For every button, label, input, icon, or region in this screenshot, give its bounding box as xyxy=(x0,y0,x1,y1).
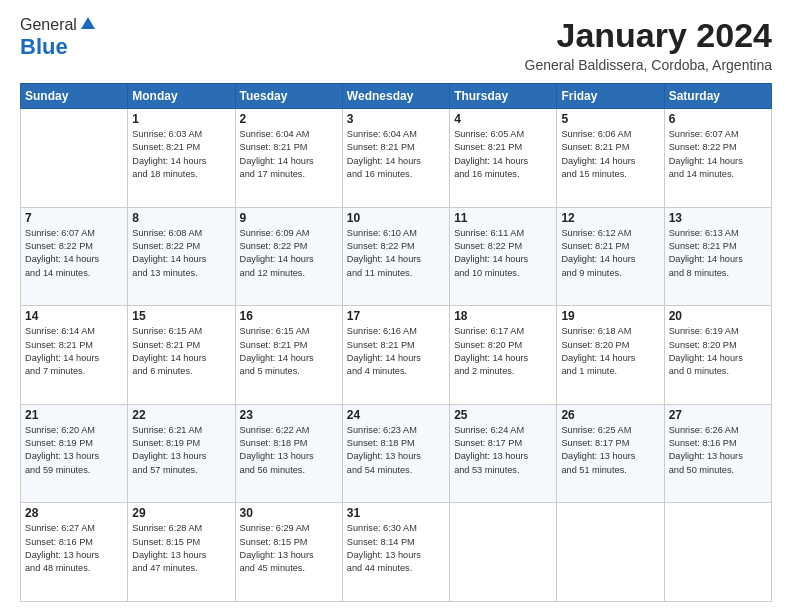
calendar-cell: 19Sunrise: 6:18 AM Sunset: 8:20 PM Dayli… xyxy=(557,306,664,405)
calendar-cell: 3Sunrise: 6:04 AM Sunset: 8:21 PM Daylig… xyxy=(342,109,449,208)
day-info: Sunrise: 6:25 AM Sunset: 8:17 PM Dayligh… xyxy=(561,424,659,477)
day-number: 4 xyxy=(454,112,552,126)
logo-blue-text: Blue xyxy=(20,34,68,60)
day-number: 2 xyxy=(240,112,338,126)
day-number: 7 xyxy=(25,211,123,225)
calendar-cell: 17Sunrise: 6:16 AM Sunset: 8:21 PM Dayli… xyxy=(342,306,449,405)
calendar-cell: 10Sunrise: 6:10 AM Sunset: 8:22 PM Dayli… xyxy=(342,207,449,306)
calendar-cell: 13Sunrise: 6:13 AM Sunset: 8:21 PM Dayli… xyxy=(664,207,771,306)
day-number: 23 xyxy=(240,408,338,422)
day-number: 29 xyxy=(132,506,230,520)
calendar-cell: 16Sunrise: 6:15 AM Sunset: 8:21 PM Dayli… xyxy=(235,306,342,405)
calendar-cell xyxy=(664,503,771,602)
day-info: Sunrise: 6:07 AM Sunset: 8:22 PM Dayligh… xyxy=(25,227,123,280)
calendar-cell: 1Sunrise: 6:03 AM Sunset: 8:21 PM Daylig… xyxy=(128,109,235,208)
calendar-cell xyxy=(557,503,664,602)
calendar-cell: 2Sunrise: 6:04 AM Sunset: 8:21 PM Daylig… xyxy=(235,109,342,208)
day-number: 15 xyxy=(132,309,230,323)
calendar-cell: 24Sunrise: 6:23 AM Sunset: 8:18 PM Dayli… xyxy=(342,404,449,503)
day-number: 12 xyxy=(561,211,659,225)
calendar-cell xyxy=(450,503,557,602)
day-info: Sunrise: 6:16 AM Sunset: 8:21 PM Dayligh… xyxy=(347,325,445,378)
day-info: Sunrise: 6:24 AM Sunset: 8:17 PM Dayligh… xyxy=(454,424,552,477)
day-info: Sunrise: 6:23 AM Sunset: 8:18 PM Dayligh… xyxy=(347,424,445,477)
day-number: 13 xyxy=(669,211,767,225)
logo: General Blue xyxy=(20,16,97,60)
day-number: 11 xyxy=(454,211,552,225)
calendar-cell: 27Sunrise: 6:26 AM Sunset: 8:16 PM Dayli… xyxy=(664,404,771,503)
calendar-cell: 25Sunrise: 6:24 AM Sunset: 8:17 PM Dayli… xyxy=(450,404,557,503)
header: General Blue January 2024 General Baldis… xyxy=(20,16,772,73)
col-tuesday: Tuesday xyxy=(235,84,342,109)
day-number: 27 xyxy=(669,408,767,422)
day-info: Sunrise: 6:03 AM Sunset: 8:21 PM Dayligh… xyxy=(132,128,230,181)
day-number: 24 xyxy=(347,408,445,422)
calendar-cell: 21Sunrise: 6:20 AM Sunset: 8:19 PM Dayli… xyxy=(21,404,128,503)
day-number: 28 xyxy=(25,506,123,520)
day-number: 30 xyxy=(240,506,338,520)
calendar-week-0: 1Sunrise: 6:03 AM Sunset: 8:21 PM Daylig… xyxy=(21,109,772,208)
day-info: Sunrise: 6:18 AM Sunset: 8:20 PM Dayligh… xyxy=(561,325,659,378)
day-info: Sunrise: 6:11 AM Sunset: 8:22 PM Dayligh… xyxy=(454,227,552,280)
day-info: Sunrise: 6:20 AM Sunset: 8:19 PM Dayligh… xyxy=(25,424,123,477)
day-info: Sunrise: 6:04 AM Sunset: 8:21 PM Dayligh… xyxy=(347,128,445,181)
day-number: 5 xyxy=(561,112,659,126)
day-number: 18 xyxy=(454,309,552,323)
day-info: Sunrise: 6:07 AM Sunset: 8:22 PM Dayligh… xyxy=(669,128,767,181)
day-info: Sunrise: 6:19 AM Sunset: 8:20 PM Dayligh… xyxy=(669,325,767,378)
calendar-cell: 4Sunrise: 6:05 AM Sunset: 8:21 PM Daylig… xyxy=(450,109,557,208)
day-number: 31 xyxy=(347,506,445,520)
calendar-cell: 28Sunrise: 6:27 AM Sunset: 8:16 PM Dayli… xyxy=(21,503,128,602)
calendar-cell: 8Sunrise: 6:08 AM Sunset: 8:22 PM Daylig… xyxy=(128,207,235,306)
day-number: 19 xyxy=(561,309,659,323)
calendar-week-1: 7Sunrise: 6:07 AM Sunset: 8:22 PM Daylig… xyxy=(21,207,772,306)
day-number: 6 xyxy=(669,112,767,126)
day-number: 3 xyxy=(347,112,445,126)
day-number: 25 xyxy=(454,408,552,422)
day-info: Sunrise: 6:06 AM Sunset: 8:21 PM Dayligh… xyxy=(561,128,659,181)
calendar-cell: 31Sunrise: 6:30 AM Sunset: 8:14 PM Dayli… xyxy=(342,503,449,602)
day-info: Sunrise: 6:21 AM Sunset: 8:19 PM Dayligh… xyxy=(132,424,230,477)
col-saturday: Saturday xyxy=(664,84,771,109)
calendar-week-2: 14Sunrise: 6:14 AM Sunset: 8:21 PM Dayli… xyxy=(21,306,772,405)
day-number: 10 xyxy=(347,211,445,225)
col-sunday: Sunday xyxy=(21,84,128,109)
month-title: January 2024 xyxy=(525,16,772,55)
day-number: 8 xyxy=(132,211,230,225)
page: General Blue January 2024 General Baldis… xyxy=(0,0,792,612)
calendar-cell: 14Sunrise: 6:14 AM Sunset: 8:21 PM Dayli… xyxy=(21,306,128,405)
calendar-table: Sunday Monday Tuesday Wednesday Thursday… xyxy=(20,83,772,602)
col-monday: Monday xyxy=(128,84,235,109)
day-number: 16 xyxy=(240,309,338,323)
day-info: Sunrise: 6:15 AM Sunset: 8:21 PM Dayligh… xyxy=(132,325,230,378)
day-info: Sunrise: 6:12 AM Sunset: 8:21 PM Dayligh… xyxy=(561,227,659,280)
calendar-cell: 7Sunrise: 6:07 AM Sunset: 8:22 PM Daylig… xyxy=(21,207,128,306)
day-info: Sunrise: 6:22 AM Sunset: 8:18 PM Dayligh… xyxy=(240,424,338,477)
day-info: Sunrise: 6:15 AM Sunset: 8:21 PM Dayligh… xyxy=(240,325,338,378)
day-number: 21 xyxy=(25,408,123,422)
day-info: Sunrise: 6:30 AM Sunset: 8:14 PM Dayligh… xyxy=(347,522,445,575)
calendar-cell: 11Sunrise: 6:11 AM Sunset: 8:22 PM Dayli… xyxy=(450,207,557,306)
day-info: Sunrise: 6:04 AM Sunset: 8:21 PM Dayligh… xyxy=(240,128,338,181)
calendar-cell: 5Sunrise: 6:06 AM Sunset: 8:21 PM Daylig… xyxy=(557,109,664,208)
day-number: 17 xyxy=(347,309,445,323)
calendar-cell: 22Sunrise: 6:21 AM Sunset: 8:19 PM Dayli… xyxy=(128,404,235,503)
calendar-week-4: 28Sunrise: 6:27 AM Sunset: 8:16 PM Dayli… xyxy=(21,503,772,602)
day-info: Sunrise: 6:09 AM Sunset: 8:22 PM Dayligh… xyxy=(240,227,338,280)
day-number: 22 xyxy=(132,408,230,422)
calendar-cell: 26Sunrise: 6:25 AM Sunset: 8:17 PM Dayli… xyxy=(557,404,664,503)
day-info: Sunrise: 6:05 AM Sunset: 8:21 PM Dayligh… xyxy=(454,128,552,181)
calendar-cell: 20Sunrise: 6:19 AM Sunset: 8:20 PM Dayli… xyxy=(664,306,771,405)
calendar-cell: 29Sunrise: 6:28 AM Sunset: 8:15 PM Dayli… xyxy=(128,503,235,602)
logo-general-text: General xyxy=(20,16,77,34)
calendar-cell: 18Sunrise: 6:17 AM Sunset: 8:20 PM Dayli… xyxy=(450,306,557,405)
day-number: 9 xyxy=(240,211,338,225)
day-number: 1 xyxy=(132,112,230,126)
calendar-cell: 30Sunrise: 6:29 AM Sunset: 8:15 PM Dayli… xyxy=(235,503,342,602)
calendar-cell: 9Sunrise: 6:09 AM Sunset: 8:22 PM Daylig… xyxy=(235,207,342,306)
calendar-week-3: 21Sunrise: 6:20 AM Sunset: 8:19 PM Dayli… xyxy=(21,404,772,503)
day-info: Sunrise: 6:27 AM Sunset: 8:16 PM Dayligh… xyxy=(25,522,123,575)
calendar-cell xyxy=(21,109,128,208)
day-number: 26 xyxy=(561,408,659,422)
col-wednesday: Wednesday xyxy=(342,84,449,109)
